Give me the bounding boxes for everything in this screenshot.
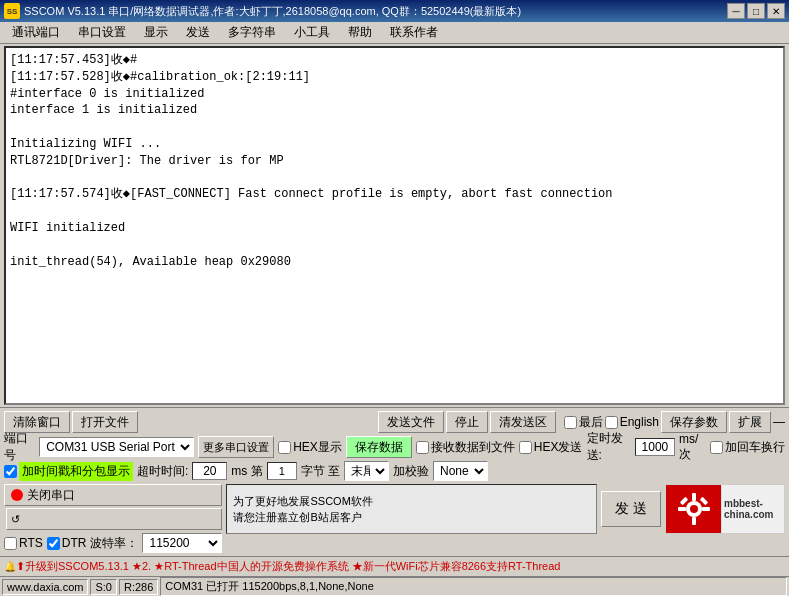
s-count: S:0: [90, 579, 117, 595]
advert-container: mbbest-china.com: [665, 484, 785, 534]
svg-rect-6: [679, 497, 687, 505]
minimize-button[interactable]: ─: [727, 3, 745, 19]
add-newline-label[interactable]: 加回车换行: [710, 439, 785, 456]
ticker-text: ⬆升级到SSCOM5.13.1 ★2. ★RT-Thread中国人的开源免费操作…: [16, 559, 560, 574]
baud-select[interactable]: 115200: [142, 533, 222, 553]
stop-button[interactable]: 停止: [446, 411, 488, 433]
send-promo-area: 为了更好地发展SSCOM软件 请您注册嘉立创B站居客户 发 送: [226, 484, 785, 534]
r-count: R:286: [119, 579, 158, 595]
menu-tools[interactable]: 小工具: [286, 22, 338, 43]
svg-rect-7: [699, 497, 707, 505]
port-select[interactable]: COM31 USB Serial Port: [39, 437, 194, 457]
send-file-button[interactable]: 发送文件: [378, 411, 444, 433]
add-newline-checkbox[interactable]: [710, 441, 723, 454]
menu-multi-string[interactable]: 多字符串: [220, 22, 284, 43]
svg-point-1: [690, 505, 698, 513]
open-file-button[interactable]: 打开文件: [72, 411, 138, 433]
serial-output[interactable]: [11:17:57.453]收◆# [11:17:57.528]收◆#calib…: [4, 46, 785, 405]
last-checkbox[interactable]: [564, 416, 577, 429]
rts-checkbox[interactable]: [4, 537, 17, 550]
hex-send-checkbox[interactable]: [519, 441, 532, 454]
save-data-button[interactable]: 保存数据: [346, 436, 412, 458]
logo-svg: [676, 491, 712, 527]
window-title: SSCOM V5.13.1 串口/网络数据调试器,作者:大虾丁丁,2618058…: [24, 4, 521, 19]
main-window: [11:17:57.453]收◆# [11:17:57.528]收◆#calib…: [0, 44, 789, 596]
close-button[interactable]: ✕: [767, 3, 785, 19]
close-port-button[interactable]: 关闭串口: [4, 484, 222, 506]
svg-rect-3: [692, 517, 696, 525]
menu-send[interactable]: 发送: [178, 22, 218, 43]
hex-send-label[interactable]: HEX发送: [519, 439, 583, 456]
logo-graphic: [674, 489, 714, 529]
timeout-label: 超时时间:: [137, 463, 188, 480]
timestamp-checkbox[interactable]: [4, 465, 17, 478]
port-status: COM31 已打开 115200bps,8,1,None,None: [160, 577, 787, 596]
advert-area: mbbest-china.com: [665, 484, 785, 534]
ticker-icon: 🔔: [4, 561, 16, 572]
bottom-main-row: 关闭串口↺ RTS DTR 波特率： 115200: [4, 484, 785, 554]
advert-text-area: mbbest-china.com: [721, 485, 784, 533]
refresh-port-button[interactable]: ↺: [6, 508, 222, 530]
website-status[interactable]: www.daxia.com: [2, 579, 88, 595]
english-checkbox[interactable]: [605, 416, 618, 429]
bottom-panel: 清除窗口 打开文件 发送文件 停止 清发送区 最后 English 保存参数 扩…: [0, 407, 789, 556]
logo-area: [666, 485, 721, 533]
menu-help[interactable]: 帮助: [340, 22, 380, 43]
title-bar: SS SSCOM V5.13.1 串口/网络数据调试器,作者:大虾丁丁,2618…: [0, 0, 789, 22]
rts-label[interactable]: RTS: [4, 536, 43, 550]
app-icon: SS: [4, 3, 20, 19]
menu-bar: 通讯端口 串口设置 显示 发送 多字符串 小工具 帮助 联系作者: [0, 22, 789, 44]
maximize-button[interactable]: □: [747, 3, 765, 19]
rts-dtr-area: 关闭串口↺ RTS DTR 波特率： 115200: [4, 484, 222, 554]
menu-display[interactable]: 显示: [136, 22, 176, 43]
timed-send-label: 定时发送:: [587, 430, 631, 464]
send-button[interactable]: 发 送: [601, 491, 661, 527]
svg-rect-4: [678, 507, 686, 511]
status-bar: www.daxia.com S:0 R:286 COM31 已打开 115200…: [0, 576, 789, 596]
timing-row: 加时间戳和分包显示 超时时间: ms 第 字节 至 末尾 加校验 None: [4, 460, 785, 482]
dtr-label[interactable]: DTR: [47, 536, 87, 550]
close-icon: [11, 489, 23, 501]
ticker-bar: 🔔 ⬆升级到SSCOM5.13.1 ★2. ★RT-Thread中国人的开源免费…: [0, 556, 789, 576]
promo-text1: 为了更好地发展SSCOM软件: [233, 493, 372, 510]
english-checkbox-label[interactable]: English: [605, 415, 659, 429]
toolbar-row: 清除窗口 打开文件 发送文件 停止 清发送区 最后 English 保存参数 扩…: [4, 410, 785, 434]
byte-to-select[interactable]: 末尾: [344, 461, 389, 481]
menu-comm-port[interactable]: 通讯端口: [4, 22, 68, 43]
menu-contact[interactable]: 联系作者: [382, 22, 446, 43]
svg-rect-2: [692, 493, 696, 501]
rts-row: RTS DTR 波特率： 115200: [4, 532, 222, 554]
timestamp-label[interactable]: 加时间戳和分包显示: [4, 462, 133, 481]
interval-input[interactable]: [635, 438, 675, 456]
more-ports-button[interactable]: 更多串口设置: [198, 436, 274, 458]
port-label: 端口号: [4, 430, 35, 464]
promo-area: 为了更好地发展SSCOM软件 请您注册嘉立创B站居客户: [226, 484, 597, 534]
recv-to-file-label[interactable]: 接收数据到文件: [416, 439, 515, 456]
clear-send-area-button[interactable]: 清发送区: [490, 411, 556, 433]
checksum-select[interactable]: None: [433, 461, 488, 481]
promo-text2: 请您注册嘉立创B站居客户: [233, 509, 372, 526]
com-row: 端口号 COM31 USB Serial Port 更多串口设置 HEX显示 保…: [4, 436, 785, 458]
byte-from-input[interactable]: [267, 462, 297, 480]
byte-label: 字节 至: [301, 463, 340, 480]
timeout-input[interactable]: [192, 462, 227, 480]
svg-rect-5: [702, 507, 710, 511]
dtr-checkbox[interactable]: [47, 537, 60, 550]
checksum-label: 加校验: [393, 463, 429, 480]
expand-button[interactable]: 扩展: [729, 411, 771, 433]
hex-display-label[interactable]: HEX显示: [278, 439, 342, 456]
save-params-button[interactable]: 保存参数: [661, 411, 727, 433]
last-checkbox-label[interactable]: 最后: [564, 414, 603, 431]
recv-to-file-checkbox[interactable]: [416, 441, 429, 454]
timeout-unit: ms 第: [231, 463, 262, 480]
baud-label: 波特率：: [90, 535, 138, 552]
menu-serial-settings[interactable]: 串口设置: [70, 22, 134, 43]
interval-unit: ms/次: [679, 432, 706, 463]
hex-display-checkbox[interactable]: [278, 441, 291, 454]
